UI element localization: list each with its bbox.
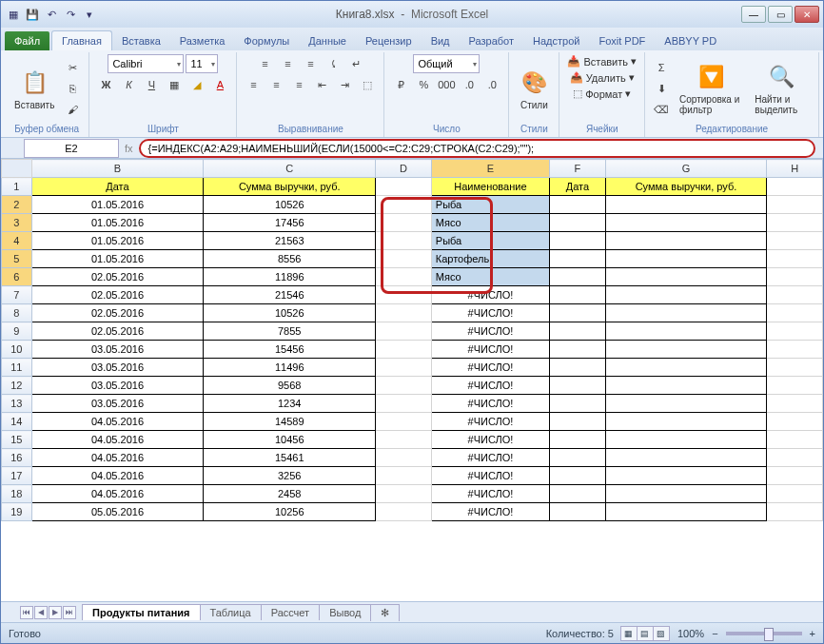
cell-g2[interactable] <box>605 196 766 214</box>
sheet-tab-1[interactable]: Продукты питания <box>82 604 201 620</box>
row-6[interactable]: 6 <box>2 268 32 286</box>
cell-e13[interactable]: #ЧИСЛО! <box>431 395 549 413</box>
cell-f2[interactable] <box>550 196 606 214</box>
cell-g10[interactable] <box>605 341 766 359</box>
cell-g15[interactable] <box>605 431 766 449</box>
row-4[interactable]: 4 <box>2 232 32 250</box>
italic-button[interactable]: К <box>118 75 139 94</box>
cell-f10[interactable] <box>550 341 606 359</box>
view-layout-icon[interactable]: ▤ <box>637 626 654 641</box>
cell-c7[interactable]: 21546 <box>204 286 376 304</box>
cell-e10[interactable]: #ЧИСЛО! <box>431 341 549 359</box>
cell-f19[interactable] <box>550 503 606 521</box>
cell-g18[interactable] <box>605 485 766 503</box>
underline-button[interactable]: Ч <box>141 75 162 94</box>
cell-d10[interactable] <box>376 341 432 359</box>
cell-g1[interactable]: Сумма выручки, руб. <box>605 178 766 196</box>
cell-d17[interactable] <box>376 467 432 485</box>
cell-d7[interactable] <box>376 286 432 304</box>
cell-h9[interactable] <box>767 322 823 341</box>
row-10[interactable]: 10 <box>2 341 32 359</box>
row-14[interactable]: 14 <box>2 413 32 431</box>
row-2[interactable]: 2 <box>2 196 32 214</box>
cell-e9[interactable]: #ЧИСЛО! <box>431 322 549 341</box>
cell-h15[interactable] <box>767 431 823 449</box>
cell-f7[interactable] <box>550 286 606 304</box>
row-1[interactable]: 1 <box>2 178 32 196</box>
cell-d11[interactable] <box>376 359 432 377</box>
cell-f1[interactable]: Дата <box>550 178 606 196</box>
styles-button[interactable]: 🎨Стили <box>515 66 553 112</box>
copy-icon[interactable]: ⎘ <box>62 79 83 98</box>
cell-h16[interactable] <box>767 449 823 467</box>
tab-abbyy[interactable]: ABBYY PD <box>655 31 726 50</box>
cell-d5[interactable] <box>376 250 432 268</box>
fx-icon[interactable]: fx <box>125 143 133 154</box>
cell-b9[interactable]: 02.05.2016 <box>31 322 204 341</box>
cell-h6[interactable] <box>767 268 823 286</box>
comma-icon[interactable]: 000 <box>436 75 457 94</box>
cell-d4[interactable] <box>376 232 432 250</box>
cell-d8[interactable] <box>376 304 432 322</box>
sheet-nav-prev-icon[interactable]: ◀ <box>34 606 48 619</box>
tab-addins[interactable]: Надстрой <box>523 31 589 50</box>
cell-g6[interactable] <box>605 268 766 286</box>
align-mid-icon[interactable]: ≡ <box>277 54 298 73</box>
font-color-button[interactable]: А <box>209 75 230 94</box>
cell-f4[interactable] <box>550 232 606 250</box>
cell-c11[interactable]: 11496 <box>204 359 376 377</box>
cell-h4[interactable] <box>767 232 823 250</box>
cell-h11[interactable] <box>767 359 823 377</box>
cell-b17[interactable]: 04.05.2016 <box>31 467 204 485</box>
cell-c15[interactable]: 10456 <box>204 431 376 449</box>
cell-d3[interactable] <box>376 214 432 232</box>
view-break-icon[interactable]: ▧ <box>653 626 670 641</box>
cell-g8[interactable] <box>605 304 766 322</box>
cell-e2[interactable]: Рыба <box>431 196 549 214</box>
qat-more-icon[interactable]: ▾ <box>81 6 98 23</box>
cell-e15[interactable]: #ЧИСЛО! <box>431 431 549 449</box>
cell-h8[interactable] <box>767 304 823 322</box>
row-11[interactable]: 11 <box>2 359 32 377</box>
col-h[interactable]: H <box>767 160 823 178</box>
indent-inc-icon[interactable]: ⇥ <box>334 75 355 94</box>
cell-f12[interactable] <box>550 377 606 395</box>
align-right-icon[interactable]: ≡ <box>288 75 309 94</box>
cell-b16[interactable]: 04.05.2016 <box>31 449 204 467</box>
cell-d18[interactable] <box>376 485 432 503</box>
cell-e16[interactable]: #ЧИСЛО! <box>431 449 549 467</box>
tab-file[interactable]: Файл <box>5 31 49 50</box>
tab-review[interactable]: Рецензир <box>356 31 422 50</box>
cell-b7[interactable]: 02.05.2016 <box>31 286 204 304</box>
grid[interactable]: B C D E F G H 1 Дата Сумма выручки, руб.… <box>1 159 823 601</box>
dec-dec-icon[interactable]: .0 <box>481 75 502 94</box>
col-g[interactable]: G <box>605 160 766 178</box>
cell-g11[interactable] <box>605 359 766 377</box>
sheet-nav-next-icon[interactable]: ▶ <box>49 606 62 619</box>
sheet-nav-first-icon[interactable]: ⏮ <box>20 606 33 619</box>
cell-h7[interactable] <box>767 286 823 304</box>
cell-b4[interactable]: 01.05.2016 <box>31 232 204 250</box>
cell-f14[interactable] <box>550 413 606 431</box>
cell-b11[interactable]: 03.05.2016 <box>31 359 204 377</box>
border-button[interactable]: ▦ <box>164 75 185 94</box>
cell-e4[interactable]: Рыба <box>431 232 549 250</box>
cell-f18[interactable] <box>550 485 606 503</box>
cell-e7[interactable]: #ЧИСЛО! <box>431 286 549 304</box>
cell-e6[interactable]: Мясо <box>431 268 549 286</box>
cell-d1[interactable] <box>376 178 432 196</box>
cell-c6[interactable]: 11896 <box>204 268 376 286</box>
cell-h13[interactable] <box>767 395 823 413</box>
cell-h19[interactable] <box>767 503 823 521</box>
sheet-nav-last-icon[interactable]: ⏭ <box>63 606 76 619</box>
cell-d15[interactable] <box>376 431 432 449</box>
cell-e18[interactable]: #ЧИСЛО! <box>431 485 549 503</box>
view-normal-icon[interactable]: ▦ <box>620 626 638 641</box>
cell-b12[interactable]: 03.05.2016 <box>31 377 204 395</box>
cell-g3[interactable] <box>605 214 766 232</box>
cell-c1[interactable]: Сумма выручки, руб. <box>204 178 376 196</box>
cell-g9[interactable] <box>605 322 766 341</box>
cell-b15[interactable]: 04.05.2016 <box>31 431 204 449</box>
cell-e5[interactable]: Картофель <box>431 250 549 268</box>
find-select-button[interactable]: 🔍Найти и выделить <box>751 60 813 117</box>
